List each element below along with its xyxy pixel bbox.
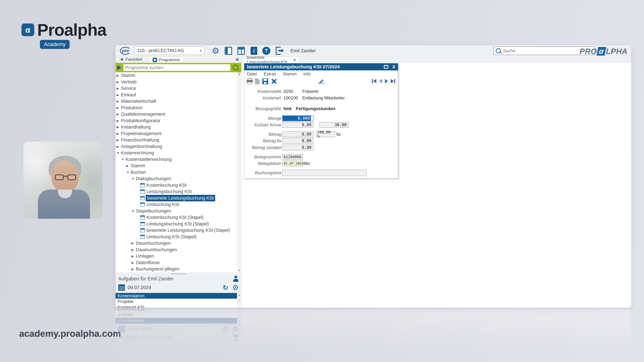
tree-item[interactable]: ▶Qualitätsmanagement [116, 111, 237, 117]
tree-item[interactable]: ▼Dialogbuchungen [116, 175, 237, 182]
collapse-arrow-icon[interactable]: ▼ [116, 151, 120, 155]
scroll-up-icon[interactable]: ▲ [237, 294, 241, 296]
expand-arrow-icon[interactable]: ▶ [132, 242, 134, 245]
expand-arrow-icon[interactable]: ▶ [132, 248, 134, 251]
belegdatum-field[interactable]: 01.07.2024 [282, 161, 303, 166]
tree-item[interactable]: Umbuchung KSt [116, 201, 237, 208]
calendar-icon[interactable] [118, 284, 125, 291]
tree-item[interactable]: ▶Finanzbuchhaltung [116, 137, 237, 143]
dialog-title-bar[interactable]: bewertete Leistungsbuchung KSt 07/2024 X [244, 63, 398, 70]
tree-item[interactable]: ▶Dauerumbuchungen [116, 247, 237, 253]
scrollbar-thumb[interactable] [238, 297, 241, 304]
betrag-field[interactable]: 0,00 [282, 131, 314, 137]
save-icon[interactable] [262, 78, 268, 84]
menu-extras[interactable]: Extras [264, 71, 276, 77]
expand-arrow-icon[interactable]: ▶ [116, 138, 119, 142]
panel-splitter[interactable] [116, 272, 241, 275]
help-icon[interactable]: ? [262, 47, 270, 55]
betrag-variabel-field[interactable]: 0,00 [282, 145, 314, 150]
tree-scrollbar[interactable]: ▲ ▼ [237, 72, 241, 272]
run-program-icon[interactable] [117, 65, 122, 70]
tree-item[interactable]: Kostenbuchung KSt (Stapel) [116, 214, 237, 221]
expand-arrow-icon[interactable]: ▶ [116, 100, 119, 103]
tree-item[interactable]: ▼Kostenstellenrechnung [116, 156, 237, 163]
post-booking-pen-icon[interactable] [318, 79, 325, 84]
tree-item[interactable]: bewertete Leistungsbuchung KSt [116, 195, 237, 201]
menu-stamm[interactable]: Stamm [283, 71, 296, 77]
tree-item[interactable]: ▼Stapelbuchungen [116, 208, 237, 214]
refresh-icon[interactable]: ↻ [223, 284, 228, 291]
task-scrollbar[interactable]: ▲ [237, 293, 241, 308]
task-item[interactable]: Kontenstamm [116, 293, 237, 299]
tree-item[interactable]: ▶Projektmanagement [116, 130, 237, 137]
new-document-icon[interactable] [255, 78, 260, 84]
tree-item[interactable]: ▶Dauerbuchungen [116, 240, 237, 247]
tree-item[interactable]: ▶Produktkonfigurator [116, 117, 237, 124]
tree-item[interactable]: ▶Stamm [116, 72, 237, 79]
close-tab-icon[interactable]: × [293, 57, 296, 62]
expand-arrow-icon[interactable]: ▶ [126, 164, 129, 167]
expand-arrow-icon[interactable]: ▶ [116, 119, 119, 122]
task-item[interactable]: Kostenart KSt [116, 304, 237, 308]
company-selector[interactable]: 110 - proELECTRO AG ▾ [135, 46, 204, 55]
scrollbar-thumb[interactable] [238, 72, 241, 72]
cancel-icon[interactable] [271, 78, 277, 84]
collapse-panel-icon[interactable]: « [236, 56, 239, 62]
settings-gear-icon[interactable]: ⚙ [212, 46, 219, 55]
tree-item[interactable]: ▶Service [116, 85, 237, 92]
tree-item[interactable]: ▶Einkauf [116, 92, 237, 98]
global-search-input[interactable] [503, 48, 593, 54]
tree-item[interactable]: Leistungsbuchung KSt [116, 188, 237, 195]
expand-arrow-icon[interactable]: ▶ [132, 261, 134, 264]
belegnummer-field[interactable]: 61200008 [282, 154, 303, 160]
tree-item[interactable]: ▶Produktion [116, 105, 237, 111]
program-search-input[interactable] [124, 64, 230, 71]
expand-arrow-icon[interactable]: ▶ [116, 87, 119, 90]
tree-item[interactable]: ▶Datenflüsse [116, 259, 237, 266]
expand-arrow-icon[interactable]: ▶ [116, 93, 119, 96]
tab-document[interactable]: bewertete Leistungsbuchung KSt × [243, 57, 299, 63]
close-icon[interactable]: X [392, 65, 395, 69]
last-record-icon[interactable] [391, 79, 395, 83]
expand-arrow-icon[interactable]: ▶ [132, 268, 134, 271]
kosatz-fix-field[interactable]: 0,00 [282, 122, 314, 128]
tree-item[interactable]: Umbuchung KSt (Stapel) [116, 234, 237, 240]
tree-item[interactable]: ▶Umlagen [116, 253, 237, 259]
buchungstext-field[interactable] [282, 170, 366, 176]
tree-item[interactable]: ▶Vertrieb [116, 79, 237, 85]
collapse-arrow-icon[interactable]: ▼ [121, 158, 124, 161]
sidebar-layout-icon[interactable] [225, 47, 232, 55]
expand-arrow-icon[interactable]: ▶ [132, 255, 134, 258]
logout-icon[interactable] [276, 47, 284, 55]
scroll-down-icon[interactable]: ▼ [237, 269, 241, 272]
tree-item[interactable]: ▶Materialwirtschaft [116, 98, 237, 105]
expand-arrow-icon[interactable]: ▶ [116, 74, 119, 77]
expand-arrow-icon[interactable]: ▶ [116, 145, 119, 148]
kosatz-var-field[interactable]: 30,00 [320, 122, 349, 128]
tree-item[interactable]: ▼Buchen [116, 169, 237, 176]
person-icon[interactable] [233, 276, 239, 282]
expand-arrow-icon[interactable]: ▶ [116, 125, 119, 129]
menu-datei[interactable]: Datei [247, 71, 257, 77]
info-document-icon[interactable]: i [250, 47, 257, 55]
expand-arrow-icon[interactable]: ▶ [116, 132, 119, 135]
print-icon[interactable] [246, 78, 253, 84]
betrag-fix-field[interactable]: 0,00 [282, 138, 314, 144]
maximize-icon[interactable] [384, 65, 388, 69]
tab-programs[interactable]: Programme [149, 57, 183, 63]
tree-item[interactable]: ▶Instandhaltung [116, 124, 237, 130]
expand-arrow-icon[interactable]: ▶ [116, 113, 119, 116]
tree-item[interactable]: ▼Kostenrechnung [116, 150, 237, 156]
tasks-settings-icon[interactable]: ⚙ [232, 284, 239, 291]
tree-item[interactable]: Kostenbuchung KSt [116, 182, 237, 189]
tree-item[interactable]: ▶Anlagenbuchhaltung [116, 143, 237, 150]
tree-item[interactable]: Leistungsbuchung KSt (Stapel) [116, 221, 237, 227]
search-icon[interactable] [232, 65, 238, 70]
tree-item[interactable]: ▶Stamm [116, 163, 237, 169]
tab-favorites[interactable]: ★ Favoriten [116, 57, 146, 63]
menu-info[interactable]: Info [304, 71, 310, 77]
tree-item[interactable]: ▶Buchungstext pflegen [116, 266, 237, 272]
task-item[interactable]: Projekte [116, 299, 237, 304]
window-layout-icon[interactable] [238, 47, 245, 55]
collapse-arrow-icon[interactable]: ▼ [132, 209, 135, 213]
